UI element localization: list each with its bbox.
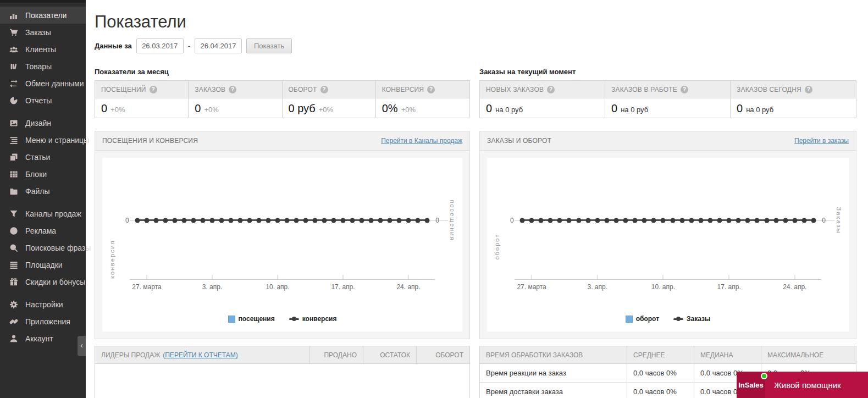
data-point-marker bbox=[576, 218, 581, 223]
help-icon[interactable]: ? bbox=[547, 86, 555, 93]
sidebar: ПоказателиЗаказыКлиентыТоварыОбмен данны… bbox=[0, 0, 86, 398]
sidebar-item-files[interactable]: Файлы bbox=[0, 183, 86, 200]
sidebar-collapse-button[interactable]: ‹ bbox=[78, 336, 86, 356]
data-point-marker bbox=[651, 218, 656, 223]
sidebar-item-reports[interactable]: Отчеты bbox=[0, 92, 86, 109]
data-point-marker bbox=[425, 218, 430, 223]
data-point-marker bbox=[604, 218, 609, 223]
sidebar-item-clients[interactable]: Клиенты bbox=[0, 41, 86, 58]
legend-item[interactable]: оборот bbox=[626, 315, 659, 323]
column-header: СРЕДНЕЕ bbox=[627, 346, 694, 364]
stat-value-cell: 0на 0 руб bbox=[605, 98, 731, 118]
help-icon[interactable]: ? bbox=[320, 86, 328, 93]
sidebar-item-settings[interactable]: Настройки bbox=[0, 296, 86, 313]
data-point-marker bbox=[689, 218, 694, 223]
plot-area: 27. марта3. апр.10. апр.17. апр.24. апр. bbox=[137, 158, 427, 331]
sidebar-item-label: Показатели bbox=[25, 11, 67, 20]
x-axis-tick bbox=[408, 275, 409, 279]
sidebar-item-search-phrases[interactable]: Поисковые фразы bbox=[0, 239, 86, 256]
chart-panel-body: оборот027. марта3. апр.10. апр.17. апр.2… bbox=[480, 151, 856, 339]
sidebar-item-menu-pages[interactable]: Меню и страницы bbox=[0, 131, 86, 148]
data-point-marker bbox=[642, 218, 647, 223]
chart-plot-card: конверсия027. марта3. апр.10. апр.17. ап… bbox=[102, 158, 462, 331]
sidebar-item-apps[interactable]: Приложения bbox=[0, 313, 86, 330]
chart-link[interactable]: Перейти в Каналы продаж bbox=[381, 137, 462, 145]
y-axis-label-left: оборот bbox=[494, 234, 500, 260]
data-point-marker bbox=[369, 218, 374, 223]
x-axis-tick-label: 17. апр. bbox=[331, 283, 355, 291]
row-value-cell: 0.0 часов 0% bbox=[627, 364, 694, 383]
leaders-title: ЛИДЕРЫ ПРОДАЖ bbox=[101, 351, 160, 359]
help-icon[interactable]: ? bbox=[150, 86, 157, 93]
sidebar-item-articles[interactable]: Статьи bbox=[0, 148, 86, 165]
stat-main-value: 0 bbox=[737, 102, 743, 115]
date-to-input[interactable] bbox=[195, 38, 242, 53]
data-point-marker bbox=[416, 218, 421, 223]
date-from-input[interactable] bbox=[136, 38, 184, 53]
sidebar-item-orders[interactable]: Заказы bbox=[0, 24, 86, 41]
insales-logo-text: InSales bbox=[738, 381, 764, 389]
sidebar-item-indicators[interactable]: Показатели bbox=[0, 7, 86, 24]
help-icon[interactable]: ? bbox=[427, 86, 435, 93]
visits-conversion-chart-panel: ПОСЕЩЕНИЯ И КОНВЕРСИЯПерейти в Каналы пр… bbox=[95, 131, 470, 339]
stat-value-cell: 0%+0% bbox=[376, 98, 469, 118]
sidebar-item-blocks[interactable]: Блоки bbox=[0, 165, 86, 183]
chart-panel-header: ЗАКАЗЫ И ОБОРОТПерейти в заказы bbox=[480, 131, 856, 151]
stat-header-label: КОНВЕРСИЯ bbox=[382, 86, 424, 93]
products-icon bbox=[9, 62, 18, 71]
help-icon[interactable]: ? bbox=[229, 86, 236, 93]
leaders-reports-link[interactable]: (ПЕРЕЙТИ К ОТЧЕТАМ) bbox=[163, 351, 237, 359]
help-icon[interactable]: ? bbox=[681, 86, 688, 93]
date-range-label: Данные за bbox=[95, 42, 132, 50]
x-axis-tick bbox=[278, 275, 278, 279]
sidebar-nav: ПоказателиЗаказыКлиентыТоварыОбмен данны… bbox=[0, 3, 86, 347]
sidebar-item-label: Заказы bbox=[25, 28, 51, 37]
stat-main-value: 0% bbox=[382, 102, 398, 115]
legend-item[interactable]: Заказы bbox=[673, 315, 710, 323]
y-axis-tick-left: 0 bbox=[125, 217, 129, 224]
stat-sub-value: на 0 руб bbox=[621, 106, 648, 114]
data-point-marker bbox=[707, 218, 712, 223]
orders-revenue-chart-panel: ЗАКАЗЫ И ОБОРОТПерейти в заказыоборот027… bbox=[479, 131, 856, 339]
search-icon bbox=[9, 244, 18, 252]
stat-header-label: НОВЫХ ЗАКАЗОВ bbox=[486, 86, 544, 93]
row-label-cell: Время доставки заказа bbox=[480, 383, 627, 398]
data-point-marker bbox=[773, 218, 778, 223]
sidebar-item-sales-channels[interactable]: Каналы продаж bbox=[0, 205, 86, 222]
sidebar-item-platforms[interactable]: Площадки bbox=[0, 256, 86, 273]
show-button[interactable]: Показать bbox=[246, 38, 292, 53]
live-chat-widget[interactable]: InSales Живой помощник bbox=[737, 372, 868, 398]
stat-header-label: ОБОРОТ bbox=[289, 86, 317, 93]
data-point-marker bbox=[313, 218, 318, 223]
chart-legend: оборотЗаказы bbox=[487, 315, 849, 323]
stat-main-value: 0 bbox=[101, 102, 107, 115]
data-point-marker bbox=[350, 218, 355, 223]
chart-panel-body: конверсия027. марта3. апр.10. апр.17. ап… bbox=[95, 151, 469, 339]
stat-main-value: 0 bbox=[611, 102, 617, 115]
sidebar-item-discounts[interactable]: Скидки и бонусы bbox=[0, 273, 86, 290]
stat-sub-value: +0% bbox=[401, 106, 416, 114]
chart-link[interactable]: Перейти в заказы bbox=[794, 137, 849, 145]
plot-area: 27. марта3. апр.10. апр.17. апр.24. апр. bbox=[522, 158, 814, 331]
sidebar-item-products[interactable]: Товары bbox=[0, 58, 86, 75]
sidebar-item-design[interactable]: Дизайн bbox=[0, 114, 86, 131]
stat-header: ЗАКАЗОВ? bbox=[189, 81, 282, 98]
sidebar-item-account[interactable]: Аккаунт bbox=[0, 330, 86, 347]
data-point-marker bbox=[219, 218, 224, 223]
data-point-marker bbox=[557, 218, 562, 223]
legend-item[interactable]: посещения bbox=[228, 315, 275, 323]
sidebar-item-ads[interactable]: Реклама bbox=[0, 222, 86, 239]
legend-label: посещения bbox=[239, 315, 275, 323]
pie-chart-icon bbox=[9, 96, 18, 105]
x-axis-tick bbox=[212, 275, 213, 279]
stat-header-label: ПОСЕЩЕНИЙ bbox=[101, 86, 146, 93]
sidebar-item-data-exchange[interactable]: Обмен данными bbox=[0, 75, 86, 92]
sidebar-item-label: Товары bbox=[25, 62, 52, 71]
data-point-marker bbox=[182, 218, 187, 223]
sidebar-item-label: Блоки bbox=[25, 170, 47, 179]
data-point-marker bbox=[145, 218, 150, 223]
legend-item[interactable]: конверсия bbox=[289, 315, 337, 323]
help-icon[interactable]: ? bbox=[805, 86, 812, 93]
leaders-title-cell: ЛИДЕРЫ ПРОДАЖ(ПЕРЕЙТИ К ОТЧЕТАМ) bbox=[95, 346, 309, 363]
current-orders-table: НОВЫХ ЗАКАЗОВ?ЗАКАЗОВ В РАБОТЕ?ЗАКАЗОВ С… bbox=[479, 80, 856, 118]
